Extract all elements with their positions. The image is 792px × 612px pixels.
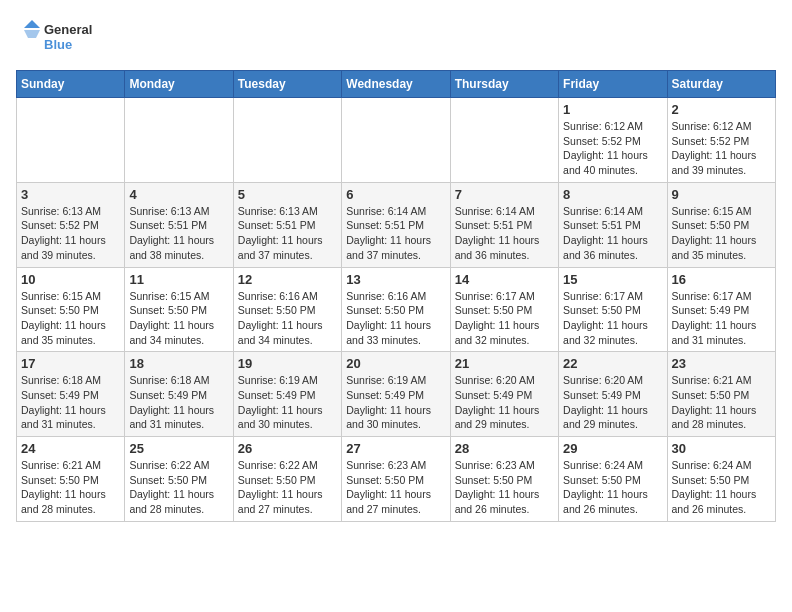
logo-svg: General Blue: [16, 16, 116, 58]
calendar-week-row: 1Sunrise: 6:12 AM Sunset: 5:52 PM Daylig…: [17, 98, 776, 183]
day-info: Sunrise: 6:14 AM Sunset: 5:51 PM Dayligh…: [563, 204, 662, 263]
calendar-cell: 6Sunrise: 6:14 AM Sunset: 5:51 PM Daylig…: [342, 182, 450, 267]
day-info: Sunrise: 6:14 AM Sunset: 5:51 PM Dayligh…: [455, 204, 554, 263]
calendar-cell: 16Sunrise: 6:17 AM Sunset: 5:49 PM Dayli…: [667, 267, 775, 352]
calendar-cell: [450, 98, 558, 183]
weekday-header: Sunday: [17, 71, 125, 98]
calendar-week-row: 24Sunrise: 6:21 AM Sunset: 5:50 PM Dayli…: [17, 437, 776, 522]
day-number: 16: [672, 272, 771, 287]
calendar-cell: 28Sunrise: 6:23 AM Sunset: 5:50 PM Dayli…: [450, 437, 558, 522]
calendar: SundayMondayTuesdayWednesdayThursdayFrid…: [16, 70, 776, 522]
calendar-cell: 18Sunrise: 6:18 AM Sunset: 5:49 PM Dayli…: [125, 352, 233, 437]
weekday-header: Wednesday: [342, 71, 450, 98]
day-info: Sunrise: 6:16 AM Sunset: 5:50 PM Dayligh…: [346, 289, 445, 348]
day-info: Sunrise: 6:22 AM Sunset: 5:50 PM Dayligh…: [238, 458, 337, 517]
svg-marker-3: [24, 30, 40, 38]
day-number: 25: [129, 441, 228, 456]
logo: General Blue: [16, 16, 116, 58]
weekday-header: Monday: [125, 71, 233, 98]
day-number: 4: [129, 187, 228, 202]
day-number: 23: [672, 356, 771, 371]
day-number: 29: [563, 441, 662, 456]
day-info: Sunrise: 6:16 AM Sunset: 5:50 PM Dayligh…: [238, 289, 337, 348]
calendar-cell: 26Sunrise: 6:22 AM Sunset: 5:50 PM Dayli…: [233, 437, 341, 522]
day-number: 26: [238, 441, 337, 456]
calendar-cell: 21Sunrise: 6:20 AM Sunset: 5:49 PM Dayli…: [450, 352, 558, 437]
calendar-cell: 11Sunrise: 6:15 AM Sunset: 5:50 PM Dayli…: [125, 267, 233, 352]
day-info: Sunrise: 6:12 AM Sunset: 5:52 PM Dayligh…: [563, 119, 662, 178]
day-info: Sunrise: 6:12 AM Sunset: 5:52 PM Dayligh…: [672, 119, 771, 178]
day-number: 14: [455, 272, 554, 287]
calendar-cell: 14Sunrise: 6:17 AM Sunset: 5:50 PM Dayli…: [450, 267, 558, 352]
day-number: 12: [238, 272, 337, 287]
day-info: Sunrise: 6:23 AM Sunset: 5:50 PM Dayligh…: [346, 458, 445, 517]
calendar-cell: 17Sunrise: 6:18 AM Sunset: 5:49 PM Dayli…: [17, 352, 125, 437]
day-info: Sunrise: 6:13 AM Sunset: 5:51 PM Dayligh…: [129, 204, 228, 263]
day-number: 19: [238, 356, 337, 371]
weekday-header: Tuesday: [233, 71, 341, 98]
calendar-week-row: 3Sunrise: 6:13 AM Sunset: 5:52 PM Daylig…: [17, 182, 776, 267]
day-info: Sunrise: 6:18 AM Sunset: 5:49 PM Dayligh…: [129, 373, 228, 432]
calendar-week-row: 17Sunrise: 6:18 AM Sunset: 5:49 PM Dayli…: [17, 352, 776, 437]
day-number: 15: [563, 272, 662, 287]
calendar-cell: 13Sunrise: 6:16 AM Sunset: 5:50 PM Dayli…: [342, 267, 450, 352]
day-info: Sunrise: 6:17 AM Sunset: 5:50 PM Dayligh…: [455, 289, 554, 348]
calendar-cell: 19Sunrise: 6:19 AM Sunset: 5:49 PM Dayli…: [233, 352, 341, 437]
day-info: Sunrise: 6:15 AM Sunset: 5:50 PM Dayligh…: [672, 204, 771, 263]
calendar-header: SundayMondayTuesdayWednesdayThursdayFrid…: [17, 71, 776, 98]
day-number: 8: [563, 187, 662, 202]
calendar-body: 1Sunrise: 6:12 AM Sunset: 5:52 PM Daylig…: [17, 98, 776, 522]
day-info: Sunrise: 6:22 AM Sunset: 5:50 PM Dayligh…: [129, 458, 228, 517]
day-number: 27: [346, 441, 445, 456]
day-info: Sunrise: 6:13 AM Sunset: 5:52 PM Dayligh…: [21, 204, 120, 263]
day-number: 20: [346, 356, 445, 371]
day-info: Sunrise: 6:24 AM Sunset: 5:50 PM Dayligh…: [672, 458, 771, 517]
day-info: Sunrise: 6:20 AM Sunset: 5:49 PM Dayligh…: [563, 373, 662, 432]
day-number: 5: [238, 187, 337, 202]
day-info: Sunrise: 6:23 AM Sunset: 5:50 PM Dayligh…: [455, 458, 554, 517]
day-info: Sunrise: 6:14 AM Sunset: 5:51 PM Dayligh…: [346, 204, 445, 263]
svg-marker-2: [24, 20, 40, 28]
calendar-cell: 4Sunrise: 6:13 AM Sunset: 5:51 PM Daylig…: [125, 182, 233, 267]
day-number: 2: [672, 102, 771, 117]
calendar-cell: 22Sunrise: 6:20 AM Sunset: 5:49 PM Dayli…: [559, 352, 667, 437]
day-info: Sunrise: 6:13 AM Sunset: 5:51 PM Dayligh…: [238, 204, 337, 263]
calendar-cell: 10Sunrise: 6:15 AM Sunset: 5:50 PM Dayli…: [17, 267, 125, 352]
day-info: Sunrise: 6:15 AM Sunset: 5:50 PM Dayligh…: [21, 289, 120, 348]
day-info: Sunrise: 6:17 AM Sunset: 5:49 PM Dayligh…: [672, 289, 771, 348]
calendar-week-row: 10Sunrise: 6:15 AM Sunset: 5:50 PM Dayli…: [17, 267, 776, 352]
calendar-cell: 3Sunrise: 6:13 AM Sunset: 5:52 PM Daylig…: [17, 182, 125, 267]
calendar-cell: [125, 98, 233, 183]
calendar-cell: 12Sunrise: 6:16 AM Sunset: 5:50 PM Dayli…: [233, 267, 341, 352]
calendar-cell: 1Sunrise: 6:12 AM Sunset: 5:52 PM Daylig…: [559, 98, 667, 183]
calendar-cell: 23Sunrise: 6:21 AM Sunset: 5:50 PM Dayli…: [667, 352, 775, 437]
calendar-cell: 9Sunrise: 6:15 AM Sunset: 5:50 PM Daylig…: [667, 182, 775, 267]
calendar-cell: 2Sunrise: 6:12 AM Sunset: 5:52 PM Daylig…: [667, 98, 775, 183]
day-number: 22: [563, 356, 662, 371]
calendar-cell: [233, 98, 341, 183]
svg-text:General: General: [44, 22, 92, 37]
day-number: 1: [563, 102, 662, 117]
day-info: Sunrise: 6:20 AM Sunset: 5:49 PM Dayligh…: [455, 373, 554, 432]
calendar-cell: 20Sunrise: 6:19 AM Sunset: 5:49 PM Dayli…: [342, 352, 450, 437]
day-number: 7: [455, 187, 554, 202]
day-number: 28: [455, 441, 554, 456]
day-info: Sunrise: 6:19 AM Sunset: 5:49 PM Dayligh…: [238, 373, 337, 432]
weekday-row: SundayMondayTuesdayWednesdayThursdayFrid…: [17, 71, 776, 98]
weekday-header: Friday: [559, 71, 667, 98]
svg-text:Blue: Blue: [44, 37, 72, 52]
calendar-cell: 24Sunrise: 6:21 AM Sunset: 5:50 PM Dayli…: [17, 437, 125, 522]
calendar-cell: 8Sunrise: 6:14 AM Sunset: 5:51 PM Daylig…: [559, 182, 667, 267]
day-number: 10: [21, 272, 120, 287]
calendar-cell: [17, 98, 125, 183]
day-number: 30: [672, 441, 771, 456]
day-info: Sunrise: 6:15 AM Sunset: 5:50 PM Dayligh…: [129, 289, 228, 348]
day-number: 21: [455, 356, 554, 371]
calendar-cell: 5Sunrise: 6:13 AM Sunset: 5:51 PM Daylig…: [233, 182, 341, 267]
day-number: 18: [129, 356, 228, 371]
day-info: Sunrise: 6:24 AM Sunset: 5:50 PM Dayligh…: [563, 458, 662, 517]
day-number: 24: [21, 441, 120, 456]
calendar-cell: 25Sunrise: 6:22 AM Sunset: 5:50 PM Dayli…: [125, 437, 233, 522]
day-info: Sunrise: 6:19 AM Sunset: 5:49 PM Dayligh…: [346, 373, 445, 432]
day-info: Sunrise: 6:18 AM Sunset: 5:49 PM Dayligh…: [21, 373, 120, 432]
